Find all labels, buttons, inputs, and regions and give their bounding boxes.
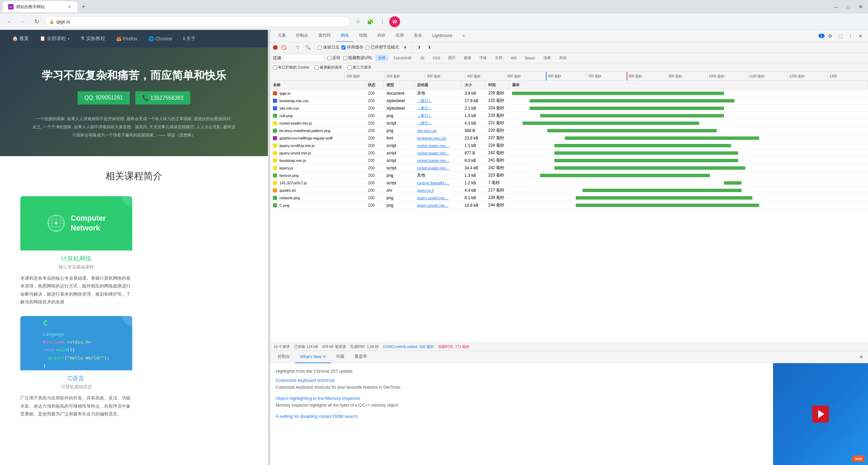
bookmark-button[interactable]: ☆ bbox=[353, 16, 363, 27]
table-row[interactable]: glyphicons-halflings-regular.woff 200 fo… bbox=[270, 134, 868, 142]
initiator-link[interactable]: （索引） bbox=[417, 106, 432, 110]
filter-all-button[interactable]: 全部 bbox=[375, 55, 388, 61]
devtools-tab-sources[interactable]: 源代码 bbox=[314, 30, 335, 42]
table-row[interactable]: bootstrap.min.css 200 stylesheet （索引） 17… bbox=[270, 97, 868, 105]
filter-img-button[interactable]: 图片 bbox=[446, 55, 458, 61]
filter-other-button[interactable]: 其他 bbox=[556, 55, 569, 61]
initiator-link[interactable]: runtime.fbeeaff4.j… bbox=[417, 181, 450, 185]
filter-js-button[interactable]: JS bbox=[417, 55, 427, 61]
filter-xhr-button[interactable]: Fetch/XHR bbox=[391, 55, 415, 61]
nav-item-firefox[interactable]: 🦊 Firefox bbox=[111, 30, 143, 48]
record-button[interactable] bbox=[273, 45, 278, 50]
initiator-link[interactable]: rocket-loader.min… bbox=[417, 166, 449, 170]
initiator-link[interactable]: rocket-loader.min… bbox=[417, 151, 449, 155]
col-header-initiator[interactable]: 启动器 bbox=[414, 81, 462, 89]
offline-mode-checkbox[interactable]: 已停用节流模式 bbox=[365, 44, 399, 50]
disable-cache-checkbox[interactable]: 停用缓存 bbox=[341, 44, 363, 50]
nav-item-courses[interactable]: 📋 全部课程 ▾ bbox=[34, 30, 75, 48]
maximize-button[interactable]: □ bbox=[844, 2, 853, 12]
table-row[interactable]: bs-docs-masthead-pattern.png 200 png sit… bbox=[270, 127, 868, 134]
nav-item-about[interactable]: ℹ 关于 bbox=[178, 30, 201, 48]
address-bar[interactable]: 🔒 qige.io bbox=[45, 16, 350, 27]
wn-item-title-keyboard[interactable]: Customize keyboard shortcuts bbox=[276, 378, 768, 383]
close-button[interactable]: ✕ bbox=[856, 2, 865, 12]
initiator-link[interactable]: （索引） bbox=[417, 113, 432, 117]
notifications-badge[interactable]: 1 bbox=[818, 34, 825, 38]
table-row[interactable]: jquery.scrollUp.min.js 200 script rocket… bbox=[270, 142, 868, 149]
profile-button[interactable]: W bbox=[389, 16, 400, 27]
wn-item-title-memory[interactable]: Object highlighting in the Memory Inspec… bbox=[276, 396, 768, 401]
back-button[interactable]: ← bbox=[4, 16, 15, 27]
filter-wasm-button[interactable]: Wasm bbox=[522, 55, 538, 61]
filter-doc-button[interactable]: 文档 bbox=[492, 55, 505, 61]
initiator-link[interactable]: jquery.unveil.min… bbox=[417, 203, 449, 207]
filter-media-button[interactable]: 媒体 bbox=[461, 55, 474, 61]
table-row[interactable]: quotes.txt 200 xhr jquery.js:3 4.4 kB 21… bbox=[270, 187, 868, 194]
col-header-waterfall[interactable]: 瀑布 bbox=[509, 81, 868, 89]
filter-ws-button[interactable]: WS bbox=[508, 55, 519, 61]
nav-item-chrome[interactable]: 🌐 Chrome bbox=[143, 30, 178, 48]
table-row[interactable]: jquery.js 200 script rocket-loader.min… … bbox=[270, 164, 868, 172]
devtools-tab-console[interactable]: 控制台 bbox=[291, 30, 313, 42]
nav-item-home[interactable]: 🏠 首页 bbox=[7, 30, 34, 48]
clear-button[interactable]: 🚫 bbox=[280, 43, 288, 52]
filter-manifest-button[interactable]: 清单 bbox=[541, 55, 554, 61]
initiator-link[interactable]: bootstrap.min.css bbox=[417, 136, 446, 140]
invert-toggle[interactable]: 反转 bbox=[327, 55, 340, 61]
table-row[interactable]: site.min.css 200 stylesheet （索引） 2.1 kB … bbox=[270, 105, 868, 112]
table-row[interactable]: bootstrap.min.js 200 script rocket-loade… bbox=[270, 157, 868, 164]
table-row[interactable]: C.png 200 png jquery.unveil.min… 10.8 kB… bbox=[270, 202, 868, 209]
more-button[interactable]: ⋮ bbox=[377, 16, 388, 27]
initiator-link[interactable]: site.min.css bbox=[417, 129, 436, 133]
devtools-tab-application[interactable]: 应用 bbox=[391, 30, 409, 42]
new-tab-button[interactable]: + bbox=[79, 2, 88, 12]
col-header-name[interactable]: 名称 bbox=[270, 81, 365, 89]
wn-tab-console[interactable]: 控制台 bbox=[273, 351, 295, 363]
initiator-link[interactable]: rocket-loader.min… bbox=[417, 144, 449, 148]
devtools-tab-security[interactable]: 安全 bbox=[409, 30, 427, 42]
table-row[interactable]: rocket-loader.min.js 200 script （索引） 4.3… bbox=[270, 119, 868, 127]
col-header-time[interactable]: 时间 bbox=[486, 81, 509, 89]
wn-item-title-dom-search[interactable]: A setting for disabling instant DOM sear… bbox=[276, 414, 768, 419]
initiator-link[interactable]: rocket-loader.min… bbox=[417, 159, 449, 163]
initiator-link[interactable]: jquery.unveil.min… bbox=[417, 196, 449, 200]
filter-font-button[interactable]: 字体 bbox=[477, 55, 490, 61]
table-row[interactable]: jquery.unveil.min.js 200 script rocket-l… bbox=[270, 149, 868, 157]
extensions-button[interactable]: 🧩 bbox=[365, 16, 376, 27]
whats-new-close-button[interactable]: ✕ bbox=[857, 353, 865, 361]
table-row[interactable]: qige.io 200 document 其他 3.9 kB 229 毫秒 bbox=[270, 90, 868, 97]
throttle-dropdown-button[interactable]: ▾ bbox=[401, 43, 409, 52]
forward-button[interactable]: → bbox=[18, 16, 28, 27]
col-header-size[interactable]: 大小 bbox=[462, 81, 486, 89]
devtools-tab-performance[interactable]: 性能 bbox=[354, 30, 372, 42]
qq-button[interactable]: QQ: 929051261 bbox=[78, 91, 130, 105]
import-button[interactable]: ⬆ bbox=[415, 43, 423, 52]
table-row[interactable]: null.png 200 png （索引） 1.5 kB 233 毫秒 bbox=[270, 112, 868, 119]
wn-tab-issues[interactable]: 问题 bbox=[332, 351, 349, 363]
devtools-tab-network[interactable]: 网络 bbox=[336, 30, 354, 42]
devtools-tab-more[interactable]: » bbox=[458, 30, 470, 42]
filter-input[interactable] bbox=[284, 54, 324, 62]
cookie-filter-toggle[interactable]: 有已拦截的 Cookie bbox=[273, 65, 309, 70]
export-button[interactable]: ⬇ bbox=[425, 43, 433, 52]
third-party-filter-toggle[interactable]: 第三方请求 bbox=[348, 65, 371, 70]
blocked-filter-toggle[interactable]: 被屏蔽的请求 bbox=[315, 65, 342, 70]
wn-tab-coverage[interactable]: 覆盖率 bbox=[350, 351, 372, 363]
phone-button[interactable]: 📞 13527556383 bbox=[135, 91, 190, 105]
nav-item-lab[interactable]: ⚗ 实验教程 bbox=[75, 30, 111, 48]
devtools-tab-lighthouse[interactable]: Lighthouse bbox=[428, 30, 457, 42]
initiator-link[interactable]: jquery.js:3 bbox=[417, 188, 434, 192]
devtools-dock-icon[interactable]: ⬚ bbox=[835, 31, 845, 41]
initiator-link[interactable]: （索引） bbox=[417, 98, 432, 103]
col-header-status[interactable]: 状态 bbox=[365, 81, 384, 89]
reload-button[interactable]: ↻ bbox=[31, 16, 42, 27]
wn-tab-whats-new[interactable]: What's New ✕ bbox=[295, 351, 331, 363]
devtools-settings-icon[interactable]: ⚙ bbox=[825, 31, 835, 41]
initiator-link[interactable]: （索引） bbox=[417, 121, 432, 125]
table-row[interactable]: favicon.png 200 png 其他 1.3 kB 223 毫秒 bbox=[270, 172, 868, 179]
video-play-button[interactable] bbox=[812, 406, 829, 423]
minimize-button[interactable]: — bbox=[831, 2, 841, 12]
table-row[interactable]: network.png 200 png jquery.unveil.min… 8… bbox=[270, 194, 868, 202]
course-name-clang[interactable]: C语言 bbox=[20, 374, 132, 383]
filter-button[interactable]: ▽ bbox=[294, 43, 302, 52]
